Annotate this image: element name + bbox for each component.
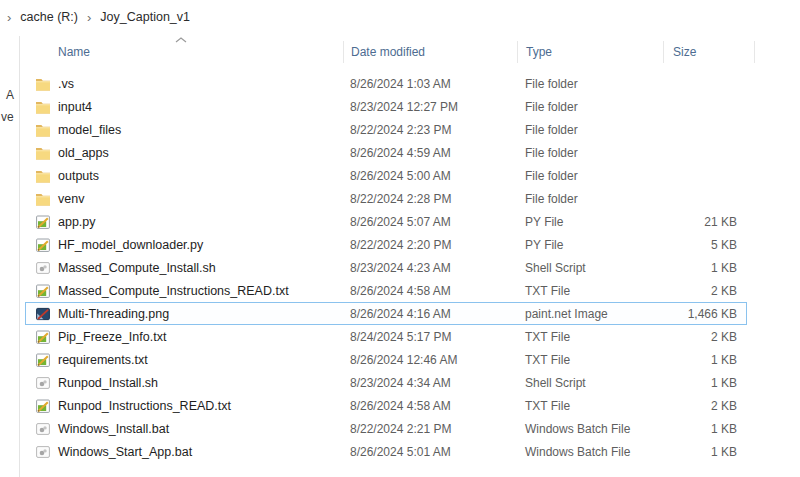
file-name: Windows_Start_App.bat [58, 445, 192, 459]
table-row[interactable]: Massed_Compute_Install.sh 8/23/2024 4:23… [25, 256, 747, 279]
file-size: 2 KB [663, 284, 747, 298]
table-row[interactable]: app.py 8/26/2024 5:07 AM PY File 21 KB [25, 210, 747, 233]
script-icon [35, 444, 51, 460]
folder-icon [35, 122, 51, 138]
file-name: Pip_Freeze_Info.txt [58, 330, 166, 344]
folder-icon [35, 191, 51, 207]
table-row[interactable]: requirements.txt 8/26/2024 12:46 AM TXT … [25, 348, 747, 371]
file-size: 21 KB [663, 215, 747, 229]
file-type: Shell Script [517, 376, 663, 390]
file-size: 1 KB [663, 353, 747, 367]
table-row[interactable]: model_files 8/22/2024 2:23 PM File folde… [25, 118, 747, 141]
file-type: TXT File [517, 330, 663, 344]
file-type: TXT File [517, 353, 663, 367]
editor-icon [35, 398, 51, 414]
folder-icon [35, 99, 51, 115]
file-date-modified: 8/26/2024 12:46 AM [343, 353, 517, 367]
file-name: old_apps [58, 146, 109, 160]
file-name: Massed_Compute_Instructions_READ.txt [58, 284, 289, 298]
chevron-right-icon[interactable]: › [80, 11, 98, 24]
table-row[interactable]: venv 8/22/2024 2:28 PM File folder [25, 187, 747, 210]
file-size: 2 KB [663, 330, 747, 344]
editor-icon [35, 283, 51, 299]
table-row[interactable]: outputs 8/26/2024 5:00 AM File folder [25, 164, 747, 187]
file-name: Runpod_Instructions_READ.txt [58, 399, 231, 413]
file-size: 2 KB [663, 399, 747, 413]
file-size: 1 KB [663, 261, 747, 275]
column-header-size[interactable]: Size [663, 41, 755, 63]
nav-item-fragment[interactable]: ve [1, 110, 14, 124]
editor-icon [35, 237, 51, 253]
file-date-modified: 8/26/2024 4:58 AM [343, 284, 517, 298]
sort-ascending-icon [175, 32, 187, 38]
breadcrumb-item-folder[interactable]: Joy_Caption_v1 [98, 8, 192, 26]
nav-item-fragment[interactable]: A [6, 88, 14, 102]
script-icon [35, 375, 51, 391]
table-row[interactable]: input4 8/23/2024 12:27 PM File folder [25, 95, 747, 118]
file-name: model_files [58, 123, 121, 137]
column-header-row: Name Date modified Type Size [25, 40, 755, 64]
table-row[interactable]: Runpod_Instructions_READ.txt 8/26/2024 4… [25, 394, 747, 417]
file-name: outputs [58, 169, 99, 183]
file-date-modified: 8/24/2024 5:17 PM [343, 330, 517, 344]
breadcrumb-item-drive[interactable]: cache (R:) [18, 8, 80, 26]
table-row[interactable]: Pip_Freeze_Info.txt 8/24/2024 5:17 PM TX… [25, 325, 747, 348]
file-size: 1 KB [663, 376, 747, 390]
file-type: File folder [517, 169, 663, 183]
file-name: Multi-Threading.png [58, 307, 169, 321]
table-row[interactable]: Runpod_Install.sh 8/23/2024 4:34 AM Shel… [25, 371, 747, 394]
file-name: Massed_Compute_Install.sh [58, 261, 216, 275]
file-type: PY File [517, 215, 663, 229]
file-type: Shell Script [517, 261, 663, 275]
nav-pane-divider [19, 36, 20, 477]
file-type: paint.net Image [517, 307, 663, 321]
file-date-modified: 8/23/2024 4:34 AM [343, 376, 517, 390]
file-name: venv [58, 192, 84, 206]
file-date-modified: 8/22/2024 2:21 PM [343, 422, 517, 436]
file-date-modified: 8/26/2024 5:07 AM [343, 215, 517, 229]
file-type: Windows Batch File [517, 422, 663, 436]
file-date-modified: 8/26/2024 4:16 AM [343, 307, 517, 321]
table-row[interactable]: HF_model_downloader.py 8/22/2024 2:20 PM… [25, 233, 747, 256]
table-row[interactable]: old_apps 8/26/2024 4:59 AM File folder [25, 141, 747, 164]
script-icon [35, 421, 51, 437]
file-date-modified: 8/26/2024 1:03 AM [343, 77, 517, 91]
file-type: Windows Batch File [517, 445, 663, 459]
editor-icon [35, 214, 51, 230]
file-date-modified: 8/26/2024 4:59 AM [343, 146, 517, 160]
file-type: File folder [517, 100, 663, 114]
file-name: .vs [58, 77, 74, 91]
file-type: File folder [517, 192, 663, 206]
file-date-modified: 8/26/2024 5:00 AM [343, 169, 517, 183]
file-name: HF_model_downloader.py [58, 238, 203, 252]
paintnet-icon [35, 306, 51, 322]
file-type: File folder [517, 123, 663, 137]
script-icon [35, 260, 51, 276]
file-date-modified: 8/26/2024 5:01 AM [343, 445, 517, 459]
chevron-right-icon[interactable]: › [0, 11, 18, 24]
file-size: 1,466 KB [663, 307, 747, 321]
table-row[interactable]: Massed_Compute_Instructions_READ.txt 8/2… [25, 279, 747, 302]
column-header-type[interactable]: Type [517, 41, 663, 63]
table-row[interactable]: .vs 8/26/2024 1:03 AM File folder [25, 72, 747, 95]
file-name: Runpod_Install.sh [58, 376, 158, 390]
file-name: Windows_Install.bat [58, 422, 169, 436]
file-type: File folder [517, 77, 663, 91]
file-size: 5 KB [663, 238, 747, 252]
column-header-date-modified[interactable]: Date modified [343, 41, 517, 63]
file-date-modified: 8/22/2024 2:28 PM [343, 192, 517, 206]
file-type: File folder [517, 146, 663, 160]
file-type: TXT File [517, 284, 663, 298]
file-date-modified: 8/23/2024 4:23 AM [343, 261, 517, 275]
folder-icon [35, 145, 51, 161]
folder-icon [35, 168, 51, 184]
editor-icon [35, 329, 51, 345]
file-date-modified: 8/22/2024 2:23 PM [343, 123, 517, 137]
table-row[interactable]: Multi-Threading.png 8/26/2024 4:16 AM pa… [25, 302, 747, 325]
table-row[interactable]: Windows_Install.bat 8/22/2024 2:21 PM Wi… [25, 417, 747, 440]
table-row[interactable]: Windows_Start_App.bat 8/26/2024 5:01 AM … [25, 440, 747, 463]
column-header-name[interactable]: Name [25, 41, 343, 63]
file-type: PY File [517, 238, 663, 252]
file-name: app.py [58, 215, 96, 229]
editor-icon [35, 352, 51, 368]
